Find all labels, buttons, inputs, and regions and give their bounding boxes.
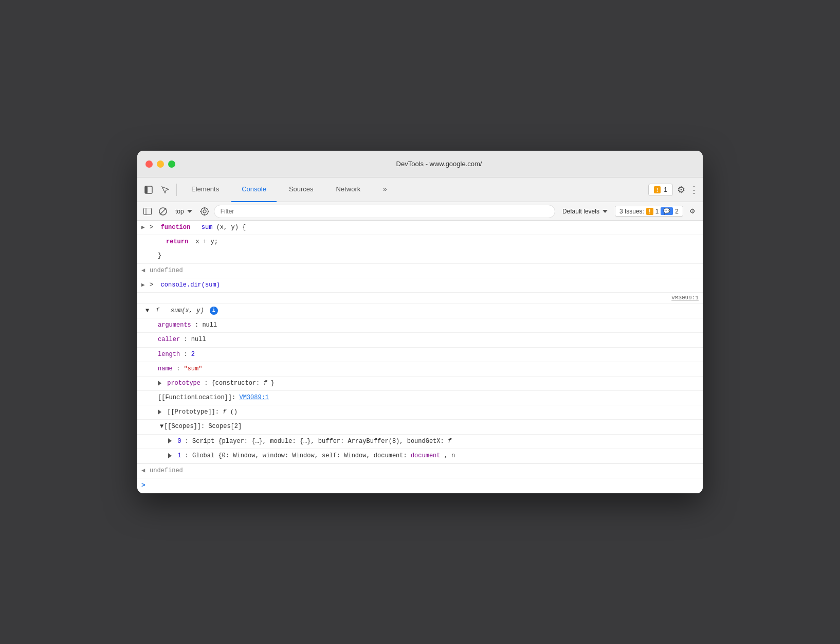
filter-input[interactable] bbox=[214, 205, 555, 218]
prop-caller: caller : null bbox=[137, 333, 703, 347]
console-entry-function: ▶ > function sum (x, y) { bbox=[137, 221, 703, 235]
scope-1-expand-icon[interactable] bbox=[168, 453, 172, 458]
scope-0-expand-icon[interactable] bbox=[168, 438, 172, 443]
clear-console-button[interactable] bbox=[157, 205, 169, 218]
issues-warning-count: 1 bbox=[655, 208, 659, 215]
vm-link-2[interactable]: VM3089:1 bbox=[239, 394, 269, 401]
prototype-chain-icon[interactable] bbox=[158, 409, 161, 415]
console-output: ▶ > function sum (x, y) { return x + y; … bbox=[137, 221, 703, 493]
prop-name: name : "sum" bbox=[137, 362, 703, 377]
tab-sources[interactable]: Sources bbox=[279, 177, 324, 202]
scope-1: 1 : Global {0: Window, window: Window, s… bbox=[137, 449, 703, 463]
gear-icon: ⚙ bbox=[677, 185, 685, 195]
close-button[interactable] bbox=[145, 160, 153, 168]
console-entry-dir: ▶ > console.dir(sum) bbox=[137, 278, 703, 293]
context-selector[interactable]: top bbox=[172, 207, 195, 216]
main-toolbar: Elements Console Sources Network » ! 1 ⚙… bbox=[137, 177, 703, 202]
svg-rect-1 bbox=[145, 186, 148, 193]
expand-arrow-icon[interactable]: ▶ bbox=[141, 223, 145, 232]
svg-line-5 bbox=[160, 208, 166, 214]
issues-count: 1 bbox=[664, 186, 667, 193]
divider bbox=[176, 184, 177, 196]
info-badge[interactable]: i bbox=[210, 307, 218, 315]
log-levels-label: Default levels bbox=[562, 208, 599, 215]
console-result-undefined-1: ◀ undefined bbox=[137, 264, 703, 278]
log-levels-button[interactable]: Default levels bbox=[558, 207, 612, 216]
scopes-collapse-icon[interactable]: ▼ bbox=[160, 422, 163, 432]
devtools-window: DevTools - www.google.com/ Elements Cons… bbox=[137, 151, 703, 493]
tab-more[interactable]: » bbox=[373, 177, 397, 202]
console-entry-brace: } bbox=[137, 249, 703, 263]
prop-prototype-chain: [[Prototype]]: f () bbox=[137, 405, 703, 420]
sidebar-toggle-button[interactable] bbox=[141, 205, 154, 218]
traffic-lights bbox=[145, 160, 175, 168]
window-title: DevTools - www.google.com/ bbox=[184, 160, 695, 168]
prop-length: length : 2 bbox=[137, 348, 703, 362]
warning-badge: ! bbox=[654, 186, 661, 193]
titlebar: DevTools - www.google.com/ bbox=[137, 151, 703, 177]
svg-rect-2 bbox=[144, 208, 152, 214]
more-button[interactable]: ⋮ bbox=[689, 184, 699, 195]
svg-point-7 bbox=[203, 210, 206, 213]
vm-link-row: VM3099:1 bbox=[137, 293, 703, 304]
scope-0: 0 : Script {player: {…}, module: {…}, bu… bbox=[137, 435, 703, 449]
prop-scopes: ▼ [[Scopes]]: Scopes[2] bbox=[137, 420, 703, 434]
gear-button[interactable]: ⚙ bbox=[677, 184, 685, 195]
function-header-row: ▼ f sum(x, y) i bbox=[137, 304, 703, 318]
console-input[interactable] bbox=[149, 482, 699, 490]
context-label: top bbox=[175, 208, 184, 215]
console-toolbar: top Default levels 3 Issues: ! 1 💬 2 bbox=[137, 202, 703, 221]
panel-toggle-icon[interactable] bbox=[141, 183, 156, 197]
tab-network[interactable]: Network bbox=[326, 177, 371, 202]
prototype-expand-icon[interactable] bbox=[158, 381, 161, 386]
levels-dropdown-icon bbox=[602, 210, 608, 213]
prop-function-location: [[FunctionLocation]]: VM3089:1 bbox=[137, 391, 703, 405]
issues-button[interactable]: 3 Issues: ! 1 💬 2 bbox=[615, 206, 683, 217]
issues-info-count: 2 bbox=[675, 208, 679, 215]
vm-link-1[interactable]: VM3099:1 bbox=[671, 294, 699, 303]
prop-arguments: arguments : null bbox=[137, 318, 703, 333]
console-result-undefined-2: ◀ undefined bbox=[137, 463, 703, 478]
tab-console[interactable]: Console bbox=[231, 177, 277, 202]
result-arrow-icon: ◀ bbox=[141, 266, 145, 276]
collapse-arrow-icon[interactable]: ▼ bbox=[145, 306, 149, 316]
more-icon: ⋮ bbox=[689, 185, 699, 195]
console-prompt: > bbox=[141, 480, 145, 491]
tab-elements[interactable]: Elements bbox=[181, 177, 229, 202]
inspect-icon[interactable] bbox=[158, 183, 172, 197]
prop-prototype: prototype : {constructor: f } bbox=[137, 377, 703, 391]
issues-info-icon: 💬 bbox=[661, 207, 673, 215]
console-input-row: > bbox=[137, 478, 703, 493]
console-entry-return: return x + y; bbox=[137, 235, 703, 249]
minimize-button[interactable] bbox=[157, 160, 164, 168]
console-settings-button[interactable]: ⚙ bbox=[686, 205, 699, 218]
issues-text: 3 Issues: bbox=[619, 208, 644, 215]
dropdown-arrow-icon bbox=[187, 210, 192, 213]
issues-badge-button[interactable]: ! 1 bbox=[648, 184, 673, 196]
issues-warning-icon: ! bbox=[646, 208, 653, 215]
dir-arrow-icon[interactable]: ▶ bbox=[141, 281, 145, 290]
result-arrow-2-icon: ◀ bbox=[141, 466, 145, 476]
maximize-button[interactable] bbox=[168, 160, 175, 168]
live-expression-button[interactable] bbox=[198, 205, 211, 218]
svg-point-6 bbox=[201, 208, 208, 215]
